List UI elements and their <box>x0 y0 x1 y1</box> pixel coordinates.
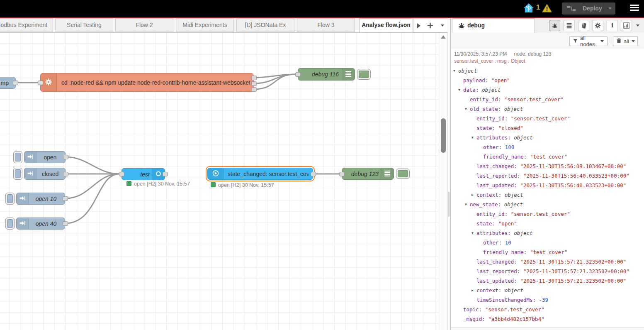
tab-scroll-right-icon[interactable] <box>417 23 420 28</box>
tree-value: object <box>504 201 523 208</box>
port[interactable] <box>251 81 257 86</box>
tree-row: payload: "open" <box>454 76 641 85</box>
tree-row: entity_id: "sensor.test_cover" <box>454 95 641 104</box>
debug-list-icon <box>384 170 390 178</box>
inject-button[interactable] <box>13 168 22 180</box>
inject-button[interactable] <box>13 151 22 163</box>
collapse-arrow-icon[interactable]: ▼ <box>465 200 467 209</box>
tree-key: last_changed: <box>476 259 520 265</box>
sidebar-scrollbar-thumb[interactable] <box>448 192 450 217</box>
hamburger-menu-icon[interactable] <box>630 5 639 12</box>
wire[interactable] <box>65 174 119 223</box>
message-topic: sensor.test_cover : msg : Object <box>454 58 641 64</box>
sidebar-menu-caret-icon[interactable] <box>636 24 639 27</box>
notification-count[interactable]: 1 <box>536 4 540 11</box>
entity-circle-icon <box>156 171 162 178</box>
bug-icon[interactable] <box>549 20 560 31</box>
node-state-changed[interactable]: state_changed: sensor.test_cover <box>207 168 313 180</box>
sidebar-tab-debug[interactable]: debug <box>452 18 535 33</box>
node-debug-116[interactable]: debug 116 <box>298 68 355 81</box>
home-assistant-icon[interactable] <box>523 3 534 13</box>
tree-value: "sensor.test_cover" <box>504 96 564 103</box>
tree-row: last_reported: "2025-11-30T15:56:40.0335… <box>454 171 641 181</box>
debug-toggle-button[interactable] <box>357 69 371 80</box>
inject-button[interactable] <box>5 218 15 230</box>
add-flow-button[interactable] <box>427 22 433 30</box>
node-inject-open-40[interactable]: open 40 <box>16 218 65 230</box>
tab-flow-3[interactable]: Flow 3 <box>297 18 355 32</box>
node-debug-123[interactable]: debug 123 <box>342 168 394 180</box>
tree-value: "closed" <box>498 125 523 131</box>
port[interactable] <box>38 81 43 85</box>
debug-toolbar: all nodes all <box>451 33 644 49</box>
tab-midi-experiments[interactable]: Midi Experiments <box>176 18 234 32</box>
tree-value: object <box>505 192 523 198</box>
tree-value: "open" <box>498 220 517 227</box>
config-gear-icon[interactable] <box>592 20 603 31</box>
collapse-arrow-icon[interactable]: ▼ <box>471 228 474 238</box>
sidebar-divider[interactable] <box>447 18 450 330</box>
collapse-arrow-icon[interactable]: ▼ <box>458 85 460 95</box>
tree-key: attributes: <box>476 134 514 141</box>
chart-icon[interactable] <box>621 20 632 31</box>
trash-icon <box>617 38 621 44</box>
clear-messages-button[interactable]: all <box>613 36 638 46</box>
tree-key: last_reported: <box>476 268 523 274</box>
tree-value: 100 <box>505 144 515 150</box>
inject-arrow-icon <box>19 220 26 227</box>
port[interactable] <box>163 172 168 176</box>
tree-row: _msgid: "a3bb4d482c157bb4" <box>454 314 641 324</box>
json-tree: ▼objectpayload: "open"▼data: objectentit… <box>454 66 641 324</box>
tab--d-jsonata-ex[interactable]: [D] JSONata Ex <box>236 18 294 32</box>
node-label: cd .node-red && npm update node-red-cont… <box>61 73 250 91</box>
scroll-up-icon[interactable] <box>441 35 446 39</box>
node-inject-open-10[interactable]: open 10 <box>16 193 65 205</box>
node-status: open [H2] 30 Nov, 15:57 <box>211 182 274 188</box>
info-icon[interactable]: i <box>607 20 618 31</box>
debug-message-list: 11/30/2025, 3:57:23 PM node: debug 123 s… <box>451 49 644 330</box>
node-test[interactable]: test <box>122 168 165 180</box>
port[interactable] <box>251 87 257 92</box>
tab-modbus-experiment[interactable]: Modbus Experiment <box>0 18 53 32</box>
inject-button[interactable] <box>5 193 15 205</box>
port[interactable] <box>119 172 124 176</box>
collapse-arrow-icon[interactable]: ▼ <box>471 133 474 142</box>
deploy-button[interactable]: Deploy <box>562 2 615 15</box>
node-exec[interactable]: cd .node-red && npm update node-red-cont… <box>40 73 254 92</box>
tab-analyse-flow-json[interactable]: Analyse flow.json <box>359 18 413 33</box>
port[interactable] <box>63 196 68 201</box>
tab-flow-2[interactable]: Flow 2 <box>115 18 173 32</box>
node-label: debug 116 <box>301 68 339 80</box>
canvas-vscrollbar-thumb[interactable] <box>441 118 446 153</box>
node-inject-open[interactable]: open <box>24 151 66 163</box>
collapse-arrow-icon[interactable]: ▼ <box>465 104 467 114</box>
expand-arrow-icon[interactable]: ▶ <box>471 190 474 200</box>
port[interactable] <box>311 172 316 176</box>
message-node: node: debug 123 <box>514 51 552 57</box>
tree-value: object <box>504 106 523 112</box>
port[interactable] <box>339 172 345 176</box>
collapse-arrow-icon[interactable]: ▼ <box>453 66 455 76</box>
node-inject-closed[interactable]: closed <box>24 168 66 180</box>
port[interactable] <box>63 221 68 226</box>
filter-nodes-button[interactable]: all nodes <box>569 36 608 46</box>
wire[interactable] <box>66 157 119 174</box>
port[interactable] <box>63 155 68 159</box>
flow-canvas[interactable]: mp cd .nod <box>0 33 439 330</box>
tab-serial-testing[interactable]: Serial Testing <box>55 18 113 32</box>
wire[interactable] <box>65 174 119 198</box>
expand-arrow-icon[interactable]: ▶ <box>471 286 474 295</box>
tree-value: "2025-11-30T15:56:09.103467+00:00" <box>520 163 626 169</box>
port[interactable] <box>251 76 257 80</box>
warning-triangle-icon[interactable] <box>542 4 552 12</box>
flow-list-caret-icon[interactable] <box>441 24 444 27</box>
port[interactable] <box>13 81 18 85</box>
tree-value: "sensor.test_cover" <box>511 211 570 217</box>
help-book-icon[interactable] <box>578 20 589 31</box>
debug-toggle-button[interactable] <box>396 169 410 179</box>
context-data-icon[interactable] <box>564 20 575 31</box>
deploy-caret-icon[interactable] <box>608 7 612 10</box>
tree-key: last_updated: <box>476 278 520 284</box>
port[interactable] <box>63 172 68 176</box>
port[interactable] <box>295 72 301 77</box>
